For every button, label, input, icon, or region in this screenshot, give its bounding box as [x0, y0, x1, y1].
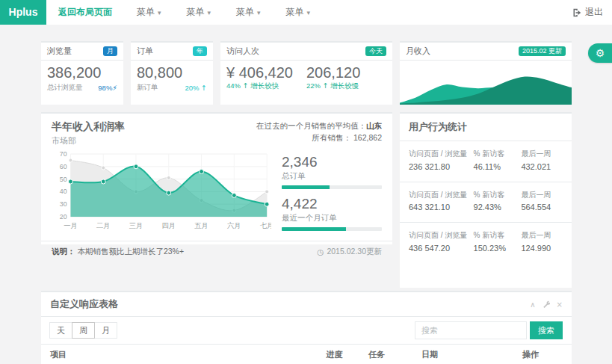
- visits-col-revenue: ¥ 406,420 44% ↑ 增长较快: [226, 64, 306, 91]
- svg-text:50: 50: [60, 176, 67, 183]
- visits-count-value: 206,120: [306, 64, 386, 81]
- views-stat: 98%⚡: [98, 84, 117, 92]
- panel-title: 自定义响应表格: [50, 297, 118, 311]
- logout-button[interactable]: 退出: [572, 0, 603, 25]
- svg-text:60: 60: [60, 163, 67, 170]
- col-label: 访问页面 / 浏览量: [409, 230, 474, 241]
- card-title: 访问人次: [226, 46, 259, 57]
- col-label: 最后一周: [521, 190, 563, 201]
- tab-week[interactable]: 周: [72, 322, 95, 339]
- col-header-date: 日期: [412, 345, 513, 364]
- update-badge: 2015.02 更新: [519, 46, 566, 56]
- month-orders-progressbar: [282, 227, 382, 231]
- collapse-icon[interactable]: ∧: [530, 300, 535, 309]
- new-visitors-value: 46.11%: [474, 162, 522, 171]
- period-tab-group: 天 周 月: [50, 322, 117, 339]
- behavior-row: 访问页面 / 浏览量643 321.10 % 新访客92.43% 最后一周564…: [400, 182, 572, 223]
- stat-card-visits: 访问人次 今天 ¥ 406,420 44% ↑ 增长较快 206,120 22%…: [220, 41, 392, 105]
- panel-title: 用户行为统计: [400, 114, 572, 141]
- pages-value: 236 321.80: [409, 162, 474, 171]
- col-header-action: 操作: [513, 345, 572, 364]
- level-up-icon: ↑: [323, 81, 329, 90]
- last-week-value: 432.021: [521, 162, 563, 171]
- sales-head-left: 半年收入利润率 市场部: [52, 120, 125, 146]
- all-sales-value: 162,862: [353, 133, 382, 142]
- visits-revenue-value: ¥ 406,420: [226, 64, 306, 81]
- user-behavior-panel: 用户行为统计 访问页面 / 浏览量236 321.80 % 新访客46.11% …: [400, 112, 572, 288]
- card-title: 浏览量: [47, 46, 72, 57]
- footnote-text: 本期销售额比上期增长了23%+: [77, 247, 184, 256]
- nav-back-link[interactable]: 返回布局页面: [46, 6, 124, 19]
- stat-note: 增长较快: [250, 81, 279, 90]
- views-stat-value: 98%: [98, 84, 112, 92]
- wrench-icon[interactable]: [543, 300, 550, 308]
- projects-table: 项目 进度 任务 日期 操作 米莫说 | MiMO Show 20% 2014.…: [41, 344, 572, 364]
- clock-icon: ◷: [317, 247, 324, 256]
- orders-value: 80,800: [137, 64, 207, 81]
- all-sales-label: 所有销售：: [312, 133, 352, 142]
- col-header-task: 任务: [359, 345, 412, 364]
- visits-count-stat: 22% ↑ 增长较慢: [306, 81, 386, 91]
- menu-label: 菜单: [236, 7, 254, 17]
- panel-tools: ∧ ×: [530, 300, 563, 309]
- menu-label: 菜单: [286, 7, 304, 17]
- col-label: 访问页面 / 浏览量: [409, 149, 474, 160]
- logout-label: 退出: [585, 6, 603, 19]
- bolt-icon: ⚡: [112, 84, 117, 92]
- nav-menu-4[interactable]: 菜单▾: [273, 6, 324, 19]
- tab-day[interactable]: 天: [49, 322, 72, 339]
- tab-month[interactable]: 月: [94, 322, 117, 339]
- sales-footnote: 说明： 本期销售额比上期增长了23%+: [52, 247, 184, 257]
- close-icon[interactable]: ×: [557, 300, 563, 309]
- svg-text:70: 70: [60, 150, 67, 158]
- svg-text:三月: 三月: [129, 221, 143, 229]
- panel-title: 半年收入利润率: [52, 120, 125, 134]
- avg-label: 在过去的一个月销售的平均值：: [256, 121, 366, 130]
- svg-text:二月: 二月: [96, 221, 111, 229]
- sign-out-icon: [572, 8, 581, 17]
- sales-side-stats: 2,346 总订单 4,422 最近一个月订单: [271, 149, 382, 238]
- responsive-table-panel: 自定义响应表格 ∧ × 天 周 月 搜索 项目 进度 任务 日期 操作: [41, 291, 572, 364]
- svg-text:六月: 六月: [227, 221, 241, 229]
- col-label: 最后一周: [521, 230, 563, 241]
- panel-subtitle: 市场部: [52, 135, 125, 146]
- menu-label: 菜单: [137, 7, 155, 17]
- level-up-icon: ↑: [201, 84, 207, 92]
- col-label: 访问页面 / 浏览量: [409, 190, 474, 201]
- svg-text:四月: 四月: [162, 221, 176, 229]
- nav-menu-3[interactable]: 菜单▾: [223, 6, 273, 19]
- orders-stat: 20% ↑: [185, 84, 207, 92]
- pages-value: 643 321.10: [409, 203, 474, 212]
- visits-revenue-stat: 44% ↑ 增长较快: [226, 81, 306, 91]
- total-orders-value: 2,346: [282, 154, 382, 170]
- updated-text: 2015.02.30更新: [327, 247, 382, 257]
- last-week-value: 564.554: [521, 203, 563, 212]
- card-title: 订单: [137, 46, 153, 57]
- nav-menu-2[interactable]: 菜单▾: [174, 6, 224, 19]
- stat-value: 22%: [306, 81, 321, 90]
- search-button[interactable]: 搜索: [530, 321, 563, 339]
- total-orders-label: 总订单: [282, 171, 382, 182]
- new-visitors-value: 150.23%: [474, 244, 522, 253]
- caret-down-icon: ▾: [158, 9, 161, 16]
- settings-button[interactable]: ⚙: [588, 43, 612, 63]
- nav-menu-1[interactable]: 菜单▾: [124, 6, 174, 19]
- brand-logo[interactable]: Hplus: [0, 0, 46, 25]
- month-orders-value: 4,422: [282, 196, 382, 212]
- pages-value: 436 547.20: [409, 244, 474, 253]
- new-visitors-value: 92.43%: [474, 203, 522, 212]
- stat-card-views: 浏览量 月 386,200 总计浏览量 98%⚡: [41, 41, 123, 105]
- stat-note: 增长较慢: [330, 81, 359, 90]
- gear-icon: ⚙: [596, 47, 605, 59]
- stat-value: 44%: [226, 81, 241, 90]
- col-header-progress: 进度: [317, 345, 359, 364]
- svg-text:40: 40: [60, 188, 67, 195]
- svg-text:七月: 七月: [260, 221, 271, 229]
- last-updated: ◷2015.02.30更新: [317, 247, 382, 257]
- period-badge-month: 月: [103, 46, 117, 56]
- table-search: 搜索: [415, 321, 563, 339]
- search-input[interactable]: [415, 321, 527, 339]
- svg-text:20: 20: [60, 213, 67, 220]
- sales-line-chart: 203040506070一月二月三月四月五月六月七月: [52, 149, 271, 235]
- period-badge-today: 今天: [365, 46, 386, 56]
